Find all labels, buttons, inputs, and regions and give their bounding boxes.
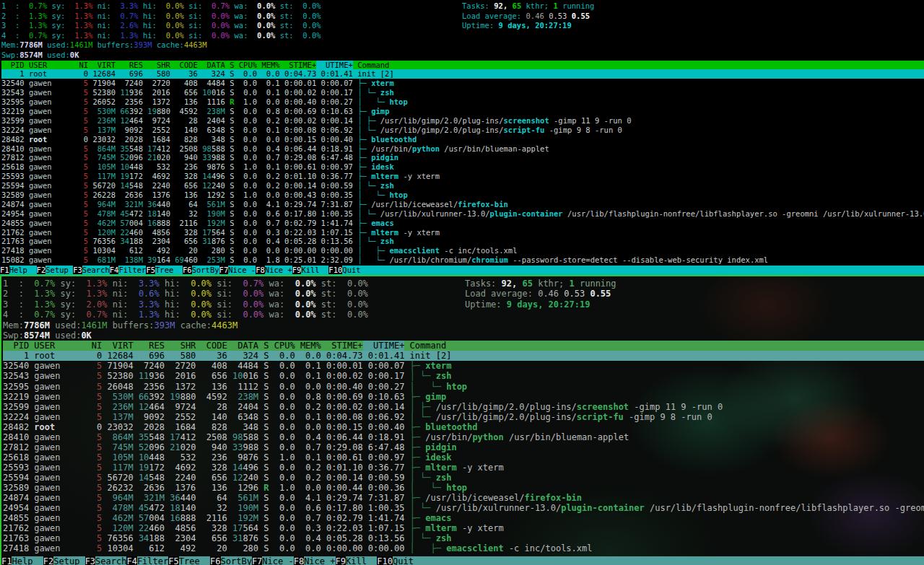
column-header-res[interactable]: RES [116, 61, 143, 69]
process-row[interactable]: 32219 gawen 5 530M 66392 19880 4592 238M… [1, 107, 924, 116]
fkey-search[interactable]: F3Search [85, 556, 127, 565]
fkey-nice[interactable]: F8Nice + [294, 556, 336, 565]
column-header-ni[interactable]: NI [70, 61, 88, 69]
column-header-ni[interactable]: NI [81, 341, 102, 351]
fkey-kill[interactable]: F9Kill [292, 266, 329, 274]
fkey-nice[interactable]: F8Nice + [256, 266, 292, 274]
process-row[interactable]: 32224 gawen 5 137M 9092 2552 140 6348 S … [3, 412, 924, 422]
fkey-tree[interactable]: F5Tree [146, 266, 183, 274]
cell: 0.0 [235, 153, 258, 162]
process-row[interactable]: 27812 gawen 5 745M 52096 21020 940 33988… [3, 442, 924, 452]
process-row[interactable]: 28410 gawen 5 864M 35548 17412 2508 9858… [3, 432, 924, 442]
column-header-mem[interactable]: MEM% [295, 341, 321, 351]
column-header-pid[interactable]: PID [1, 61, 25, 69]
column-header-shr[interactable]: SHR [143, 61, 170, 69]
column-header-cpu[interactable]: CPU% [269, 341, 295, 351]
process-row[interactable]: 28482 root 0 23032 2028 1684 828 348 S 0… [1, 135, 924, 144]
column-header-s[interactable]: S [258, 341, 269, 351]
column-header-code[interactable]: CODE [196, 341, 227, 351]
process-row[interactable]: 24874 gawen 5 964M 321M 36440 64 561M S … [1, 200, 924, 209]
fkey-help[interactable]: F1Help [1, 556, 43, 565]
command-name: zsh [380, 181, 394, 190]
fkey-search[interactable]: F3Search [73, 266, 110, 274]
process-row[interactable]: 25594 gawen 5 56720 14548 2240 656 12240… [3, 473, 924, 483]
process-row[interactable]: 27812 gawen 5 745M 52096 21020 940 33988… [1, 153, 924, 162]
cpu-value: 0.0% [202, 12, 230, 20]
fkey-quit[interactable]: F10Quit [328, 266, 370, 274]
process-row[interactable]: 28410 gawen 5 864M 35548 17412 2508 9858… [1, 144, 924, 154]
column-header-s[interactable]: S [225, 61, 235, 69]
process-row[interactable]: 32543 gawen 5 52380 11936 2016 656 10016… [3, 371, 924, 381]
process-row[interactable]: 32224 gawen 5 137M 9092 2552 140 6348 S … [1, 126, 924, 135]
column-header-stime[interactable]: STIME+ [280, 61, 317, 69]
process-row[interactable]: 15082 gawen 5 681M 138M 39164 69460 253M… [1, 255, 924, 265]
column-header-utime[interactable]: UTIME+ [316, 61, 353, 69]
process-row[interactable]: 24855 gawen 5 462M 57004 16888 2116 192M… [3, 513, 924, 523]
fkey-nice[interactable]: F7Nice - [219, 266, 256, 274]
process-row[interactable]: 1 root 0 12684 696 580 36 324 S 0.0 0.0 … [1, 69, 924, 79]
fkey-tree[interactable]: F5Tree [168, 556, 210, 565]
process-row[interactable]: 25618 gawen 5 105M 10448 532 236 9876 S … [3, 452, 924, 463]
cell: gawen [25, 237, 70, 245]
process-row[interactable]: 32540 gawen 5 71904 7240 2720 408 4484 S… [1, 79, 924, 88]
fkey-nice[interactable]: F7Nice - [252, 556, 294, 565]
process-row[interactable]: 32599 gawen 5 236M 12464 9724 28 2404 S … [1, 116, 924, 126]
process-row[interactable]: 32589 gawen 5 26228 2636 1376 136 1292 S… [1, 190, 924, 200]
process-row[interactable]: 27418 gawen 5 10304 612 492 20 280 S 0.0… [3, 543, 924, 553]
column-header-mem[interactable]: MEM% [257, 61, 280, 69]
process-row[interactable]: 32595 gawen 5 26052 2356 1372 136 1116 R… [1, 97, 924, 107]
column-header-pid[interactable]: PID [3, 341, 29, 351]
command-name: firefox-bin [525, 493, 582, 503]
fkey-kill[interactable]: F9Kill [336, 556, 378, 565]
cell: 0:00.14 [280, 181, 317, 190]
process-row[interactable]: 25618 gawen 5 105M 10448 532 236 9876 S … [1, 162, 924, 172]
process-row[interactable]: 25594 gawen 5 56720 14548 2240 656 12240… [1, 181, 924, 190]
process-row[interactable]: 32599 gawen 5 236M 12464 9724 28 2404 S … [3, 402, 924, 412]
column-header-shr[interactable]: SHR [165, 341, 196, 351]
process-row[interactable]: 24855 gawen 5 462M 57004 16888 2116 192M… [1, 219, 924, 228]
process-row[interactable]: 21763 gawen 5 76356 34188 2304 656 31876… [1, 237, 924, 246]
column-header-command[interactable]: Command [353, 61, 390, 69]
process-row[interactable]: 32219 gawen 5 530M 66392 19880 4592 238M… [3, 392, 924, 402]
process-row[interactable]: 32543 gawen 5 52380 11936 2016 656 10016… [1, 88, 924, 97]
column-header-stime[interactable]: STIME+ [321, 341, 363, 351]
fkey-help[interactable]: F1Help [0, 266, 37, 274]
process-row[interactable]: 24874 gawen 5 964M 321M 36440 64 561M S … [3, 493, 924, 503]
process-row[interactable]: 21762 gawen 5 120M 22460 4856 328 17564 … [3, 523, 924, 533]
column-header-virt[interactable]: VIRT [88, 61, 116, 69]
cell: 0:02.79 [280, 219, 317, 227]
process-row[interactable]: 21762 gawen 5 120M 22460 4856 328 17564 … [1, 228, 924, 237]
fkey-setup[interactable]: F2Setup [43, 556, 85, 565]
column-header-utime[interactable]: UTIME+ [363, 341, 405, 351]
column-header-virt[interactable]: VIRT [102, 341, 133, 351]
column-header-data[interactable]: DATA [227, 341, 258, 351]
fkey-quit[interactable]: F10Quit [377, 556, 424, 565]
fkey-setup[interactable]: F2Setup [37, 266, 74, 274]
process-row[interactable]: 25593 gawen 5 117M 19172 4692 328 14496 … [3, 463, 924, 473]
column-header-data[interactable]: DATA [198, 61, 225, 69]
fkey-sortby[interactable]: F6SortBy [210, 556, 252, 565]
column-header-res[interactable]: RES [134, 341, 165, 351]
cell: 105M [102, 452, 133, 463]
process-row[interactable]: 32589 gawen 5 26232 2636 1376 136 1296 R… [3, 483, 924, 493]
process-row[interactable]: 1 root 0 12684 696 580 36 324 S 0.0 0.0 … [3, 351, 924, 361]
tasks-block-bottom: Tasks: 92, 65 kthr; 1 runningLoad averag… [465, 279, 616, 310]
process-row[interactable]: 21763 gawen 5 76356 34188 2304 656 31876… [3, 533, 924, 543]
fkey-sortby[interactable]: F6SortBy [183, 266, 219, 274]
fkey-filter[interactable]: F4Filter [110, 266, 147, 274]
fkey-filter[interactable]: F4Filter [126, 556, 168, 565]
column-header-code[interactable]: CODE [170, 61, 198, 69]
column-header-cpu[interactable]: CPU% [234, 61, 257, 69]
process-row[interactable]: 24954 gawen 5 478M 45472 18140 32 190M S… [3, 503, 924, 513]
column-header-user[interactable]: USER [29, 341, 81, 351]
command-name: python [472, 432, 503, 442]
process-row[interactable]: 32540 gawen 5 71904 7240 2720 408 4484 S… [3, 361, 924, 371]
process-row[interactable]: 28482 root 0 23032 2028 1684 828 348 S 0… [3, 422, 924, 432]
cell: 120M [102, 523, 133, 533]
process-row[interactable]: 27418 gawen 5 10304 612 492 20 280 S 0.0… [1, 246, 924, 255]
process-row[interactable]: 24954 gawen 5 478M 45472 18140 32 190M S… [1, 209, 924, 219]
process-row[interactable]: 32595 gawen 5 26048 2356 1372 136 1112 S… [3, 382, 924, 392]
column-header-user[interactable]: USER [25, 61, 70, 69]
process-row[interactable]: 25593 gawen 5 117M 19172 4692 328 14496 … [1, 172, 924, 181]
column-header-command[interactable]: Command [404, 341, 446, 351]
